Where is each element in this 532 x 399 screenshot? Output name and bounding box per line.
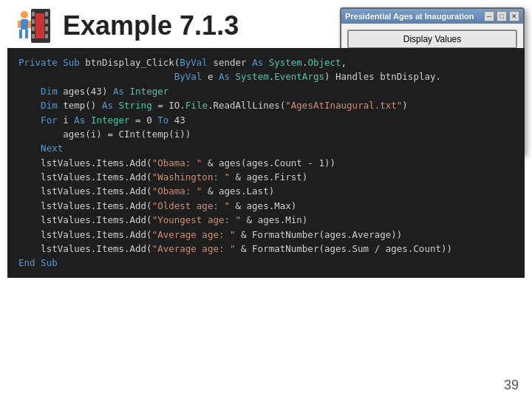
- code-text: Private Sub btnDisplay_Click(ByVal sende…: [18, 55, 514, 270]
- window-title: Presidential Ages at Inauguration: [345, 12, 474, 21]
- svg-rect-15: [28, 21, 31, 28]
- svg-rect-6: [45, 19, 48, 24]
- svg-rect-7: [45, 27, 48, 31]
- maximize-button[interactable]: □: [497, 11, 507, 21]
- svg-rect-12: [19, 30, 22, 38]
- svg-rect-2: [32, 19, 35, 24]
- svg-point-10: [21, 11, 28, 18]
- window-titlebar: Presidential Ages at Inauguration ─ □ ✕: [341, 9, 523, 24]
- svg-rect-8: [45, 34, 48, 38]
- code-block: Private Sub btnDisplay_Click(ByVal sende…: [7, 48, 525, 278]
- page-number: 39: [504, 378, 519, 393]
- logo-icon: [15, 7, 52, 44]
- svg-rect-1: [32, 12, 35, 16]
- svg-rect-3: [32, 27, 35, 31]
- svg-rect-13: [25, 30, 28, 38]
- page-title: Example 7.1.3: [63, 10, 239, 41]
- window-controls: ─ □ ✕: [484, 11, 519, 21]
- display-values-button[interactable]: Display Values: [347, 30, 517, 49]
- close-button[interactable]: ✕: [509, 11, 519, 21]
- svg-rect-4: [32, 34, 35, 38]
- svg-rect-5: [45, 12, 48, 16]
- svg-rect-14: [18, 21, 21, 28]
- svg-rect-9: [35, 13, 44, 38]
- svg-rect-11: [21, 19, 28, 30]
- minimize-button[interactable]: ─: [484, 11, 494, 21]
